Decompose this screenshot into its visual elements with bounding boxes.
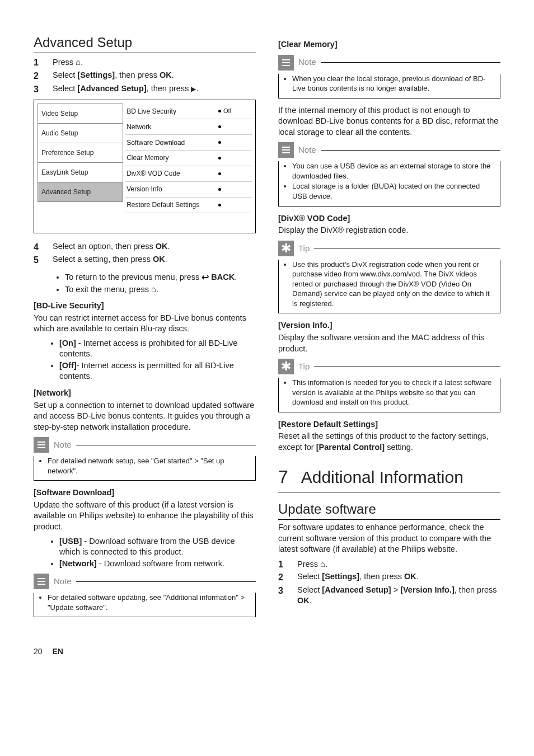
tip-label: Tip [298, 361, 310, 372]
steps-list-b: 4Select an option, then press OK.5Select… [34, 241, 256, 266]
back-icon [202, 273, 209, 281]
note-clearmem-2: Note You can use a USB device as an exte… [278, 142, 500, 206]
tip-label: Tip [298, 243, 310, 254]
text-update-intro: For software updates to enhance performa… [278, 522, 500, 555]
note-clearmem-1: Note When you clear the local storage, p… [278, 55, 500, 98]
page-number: 20 [34, 646, 43, 657]
home-icon [76, 58, 81, 67]
note-label: Note [54, 439, 72, 450]
settings-left-panel: Video SetupAudio SetupPreference SetupEa… [38, 104, 123, 229]
menu-item: Preference Setup [38, 143, 123, 162]
note-label: Note [54, 576, 72, 587]
swdl-options: [USB] - Download software from the USB d… [34, 536, 256, 570]
tip-version-items: This information is needed for you to ch… [292, 378, 494, 407]
tip-version: ✱ Tip This information is needed for you… [278, 359, 500, 412]
page-lang: EN [52, 647, 63, 656]
heading-bdlive: [BD-Live Security] [34, 300, 256, 312]
home-icon [151, 285, 156, 294]
menu-item: EasyLink Setup [38, 162, 123, 182]
home-icon [320, 560, 325, 569]
heading-network: [Network] [34, 388, 256, 399]
update-steps: 1Press .2Select [Settings], then press O… [278, 558, 500, 607]
tip-icon: ✱ [278, 359, 294, 374]
chapter-name: Additional Information [301, 468, 463, 486]
heading-swdl: [Software Download] [34, 487, 256, 499]
bdlive-options: [On] - Internet access is prohibited for… [34, 338, 256, 382]
right-column: [Clear Memory] Note When you clear the l… [278, 34, 500, 624]
note-clearmem-2-items: You can use a USB device as an external … [292, 161, 494, 201]
text-divx-body: Display the DivX® registration code. [278, 225, 500, 236]
note-clearmem-1-items: When you clear the local storage, previo… [292, 74, 494, 93]
text-restore-body: Reset all the settings of this product t… [278, 431, 500, 453]
settings-ui-mockup: Video SetupAudio SetupPreference SetupEa… [34, 100, 256, 233]
play-icon [191, 84, 196, 93]
text-network-body: Set up a connection to internet to downl… [34, 400, 256, 433]
left-column: Advanced Setup 1Press .2Select [Settings… [34, 34, 256, 624]
menu-item: Advanced Setup [38, 182, 123, 202]
text-bdlive-intro: You can restrict internet access for BD-… [34, 313, 256, 335]
note-icon [34, 437, 49, 453]
page-footer: 20 EN [34, 646, 500, 657]
menu-item: Video Setup [38, 104, 123, 123]
heading-restore: [Restore Default Settings] [278, 419, 500, 430]
tip-divx: ✱ Tip Use this product's DivX registrati… [278, 241, 500, 314]
note-swdl-items: For detailed software updating, see "Add… [48, 593, 250, 612]
note-label: Note [298, 144, 316, 156]
page-columns: Advanced Setup 1Press .2Select [Settings… [34, 34, 500, 624]
tip-divx-items: Use this product's DivX registration cod… [292, 260, 494, 309]
note-icon [34, 574, 49, 589]
steps-list-a: 1Press .2Select [Settings], then press O… [34, 57, 256, 95]
note-network-items: For detailed network setup, see "Get sta… [48, 456, 250, 476]
chapter-number: 7 [278, 465, 297, 489]
chapter-title: 7 Additional Information [278, 465, 500, 492]
text-clearmem-body: If the internal memory of this product i… [278, 105, 500, 138]
section-title-update: Update software [278, 500, 500, 520]
menu-item: Audio Setup [38, 123, 123, 143]
settings-right-panel: BD Live SecurityOffNetworkSoftware Downl… [125, 104, 252, 229]
tip-icon: ✱ [278, 241, 294, 256]
note-icon [278, 55, 294, 71]
note-label: Note [298, 57, 316, 68]
section-title-advanced-setup: Advanced Setup [34, 34, 256, 53]
note-network: Note For detailed network setup, see "Ge… [34, 437, 256, 481]
heading-divx: [DivX® VOD Code] [278, 213, 500, 224]
heading-clearmem: [Clear Memory] [278, 39, 500, 50]
text-swdl-intro: Update the software of this product (if … [34, 500, 256, 533]
note-icon [278, 142, 294, 158]
note-swdl: Note For detailed software updating, see… [34, 574, 256, 617]
text-version-body: Display the software version and the MAC… [278, 332, 500, 354]
steps-sub-bullets: To return to the previous menu, press BA… [34, 271, 256, 295]
heading-version: [Version Info.] [278, 320, 500, 331]
